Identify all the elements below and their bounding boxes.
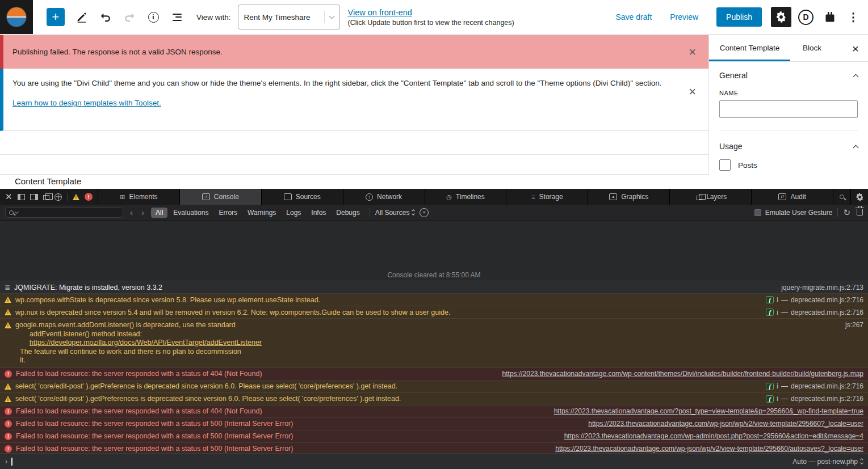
console-filter-input[interactable] (5, 207, 123, 218)
source-location[interactable]: deprecated.min.js:2:716 (791, 296, 863, 304)
devtools-tab-sources[interactable]: Sources (261, 189, 343, 205)
source-location[interactable]: js:267 (845, 321, 863, 329)
source-url-link[interactable]: https://2023.thevacationadvantage.com/wp… (555, 445, 863, 453)
filter-debugs[interactable]: Debugs (332, 208, 364, 218)
devtools-tab-storage[interactable]: ≡Storage (506, 189, 588, 205)
message-source: https://2023.thevacationadvantage.com/wp… (555, 445, 863, 453)
log-icon: ≣ (5, 284, 10, 291)
devtools-close-icon[interactable]: ✕ (5, 192, 12, 202)
source-url-link[interactable]: https://2023.thevacationadvantage.com/wp… (502, 370, 863, 378)
console-message: !Failed to load resource: the server res… (0, 368, 868, 381)
general-panel-header[interactable]: General (719, 71, 858, 80)
settings-button[interactable] (771, 7, 791, 27)
updown-chevrons-icon (861, 459, 863, 464)
console-prompt-icon: › (5, 457, 7, 466)
console-cleared-message: Console cleared at 8:55:00 AM (0, 269, 868, 281)
sources-icon (284, 193, 292, 200)
view-with-label: View with: (196, 13, 231, 22)
source-url-link[interactable]: https://2023.thevacationadvantage.com/wp… (564, 432, 863, 440)
tab-content-template[interactable]: Content Template (709, 35, 790, 61)
publish-button[interactable]: Publish (716, 7, 762, 27)
redo-button[interactable] (123, 10, 136, 24)
devtools-tab-graphics[interactable]: ▴Graphics (588, 189, 669, 205)
filter-errors[interactable]: Errors (214, 208, 242, 218)
function-icon[interactable]: f (766, 296, 774, 303)
undock-icon[interactable] (43, 195, 49, 200)
devtools-settings-button[interactable] (850, 189, 868, 205)
list-view-icon (173, 14, 182, 21)
close-icon[interactable]: × (689, 46, 696, 58)
preview-button[interactable]: Preview (670, 12, 698, 22)
posts-checkbox[interactable] (719, 159, 731, 171)
gear-icon (856, 193, 864, 201)
filter-evaluations[interactable]: Evaluations (169, 208, 213, 218)
function-icon[interactable]: f (766, 383, 774, 390)
source-location[interactable]: deprecated.min.js:2:716 (791, 309, 863, 316)
devtools-tab-elements[interactable]: ⊞Elements (98, 189, 179, 205)
text-cursor (11, 458, 12, 466)
clear-console-icon[interactable] (857, 209, 863, 216)
function-icon[interactable]: f (766, 309, 774, 316)
devtools-tab-console[interactable]: >Console (179, 189, 261, 205)
name-field[interactable] (719, 100, 858, 118)
execution-context-select[interactable]: Auto — post-new.php (792, 458, 863, 466)
find-next-button[interactable]: › (140, 208, 146, 217)
emulate-user-gesture-toggle[interactable]: Emulate User Gesture (754, 209, 833, 217)
devtools-search-button[interactable] (833, 189, 850, 205)
errors-badge-icon[interactable]: ! (85, 193, 93, 201)
filter-infos[interactable]: Infos (307, 208, 330, 218)
find-previous-button[interactable]: ‹ (128, 208, 135, 217)
console-message: select( 'core/edit-post' ).getPreference… (0, 393, 868, 405)
source-location[interactable]: jquery-migrate.min.js:2:713 (781, 284, 863, 291)
add-block-button[interactable]: + (47, 8, 65, 26)
refresh-icon[interactable]: ↻ (843, 208, 850, 218)
all-sources-select[interactable]: All Sources (375, 209, 415, 217)
chevron-down-icon (15, 210, 19, 214)
view-with-select[interactable]: Rent My Timeshare (238, 5, 340, 29)
editor-divider (0, 174, 708, 175)
post-title[interactable]: Content Template (15, 176, 81, 186)
filter-all[interactable]: All (151, 208, 167, 218)
undo-button[interactable] (99, 10, 112, 24)
message-link[interactable]: https://developer.mozilla.org/docs/Web/A… (15, 339, 841, 348)
dock-right-icon[interactable] (30, 194, 38, 200)
options-menu-button[interactable]: ⋮ (848, 10, 859, 24)
dock-left-icon[interactable] (18, 194, 26, 200)
info-glyph: i (777, 395, 778, 403)
devtools-tab-layers[interactable]: Layers (669, 189, 751, 205)
filter-options-icon[interactable]: ≡ (420, 208, 429, 217)
audit-icon: ⇄ (778, 193, 786, 200)
source-location[interactable]: deprecated.min.js:2:716 (791, 382, 863, 390)
site-logo[interactable] (0, 0, 33, 34)
usage-panel-header[interactable]: Usage (719, 142, 858, 151)
name-field-label: NAME (719, 90, 858, 96)
filter-logs[interactable]: Logs (282, 208, 305, 218)
toolset-docs-link[interactable]: Learn how to design templates with Tools… (12, 96, 161, 111)
divi-button[interactable]: D (798, 10, 814, 25)
function-icon[interactable]: f (766, 395, 774, 403)
list-view-button[interactable] (170, 10, 184, 24)
undo-icon (99, 11, 112, 23)
message-source: js:267 (845, 321, 863, 329)
edit-tool-button[interactable] (75, 10, 89, 24)
close-sidebar-icon[interactable]: × (852, 43, 859, 54)
updown-chevrons-icon (412, 210, 414, 215)
filter-warnings[interactable]: Warnings (243, 208, 280, 218)
devtools-tab-timelines[interactable]: ◷Timelines (425, 189, 506, 205)
devtools-tab-audit[interactable]: ⇄Audit (751, 189, 833, 205)
view-on-frontend-link[interactable]: View on front-end (348, 8, 412, 17)
error-notice-text: Publishing failed. The response is not a… (12, 48, 223, 56)
plugin-sidebar-button[interactable] (823, 10, 837, 24)
source-location[interactable]: deprecated.min.js:2:716 (791, 395, 863, 403)
warnings-badge-icon[interactable] (73, 194, 79, 200)
close-icon[interactable]: × (689, 86, 696, 98)
message-source: https://2023.thevacationadvantage.com/?p… (554, 407, 863, 415)
console-message: !Failed to load resource: the server res… (0, 418, 868, 430)
devtools-tab-network[interactable]: ↕Network (343, 189, 425, 205)
tab-block[interactable]: Block (803, 35, 821, 61)
source-url-link[interactable]: https://2023.thevacationadvantage.com/wp… (588, 420, 863, 428)
source-url-link[interactable]: https://2023.thevacationadvantage.com/?p… (554, 407, 863, 415)
save-draft-button[interactable]: Save draft (615, 12, 652, 22)
inspect-element-icon[interactable] (54, 193, 62, 201)
details-button[interactable]: i (146, 10, 160, 24)
